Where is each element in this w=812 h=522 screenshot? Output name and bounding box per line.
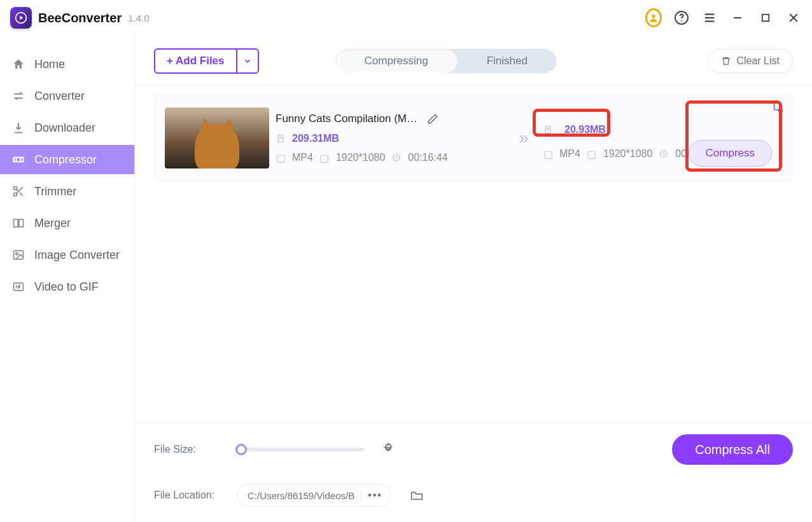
gif-icon — [11, 280, 25, 294]
source-resolution: 1920*1080 — [336, 152, 385, 163]
sidebar-item-label: Home — [34, 58, 65, 71]
target-resolution: 1920*1080 — [603, 148, 652, 160]
video-thumbnail[interactable] — [165, 107, 269, 168]
sidebar-item-label: Trimmer — [34, 185, 76, 198]
trash-icon — [721, 56, 731, 66]
download-icon — [11, 121, 25, 135]
toolbar: + Add Files Compressing Finished Clear L… — [135, 36, 812, 85]
sidebar-item-merger[interactable]: Merger — [0, 209, 134, 238]
scissors-icon — [11, 184, 25, 198]
svg-point-12 — [14, 187, 17, 190]
status-tabs: Compressing Finished — [335, 49, 557, 73]
path-more-icon[interactable]: ••• — [361, 490, 382, 501]
source-duration: 00:16:44 — [408, 152, 447, 163]
image-icon — [11, 248, 25, 262]
add-files-dropdown[interactable] — [236, 50, 258, 72]
clock-icon — [391, 153, 402, 163]
home-icon — [11, 57, 25, 71]
file-title: Funny Cats Compilation (Mos… — [276, 113, 422, 125]
file-icon — [276, 134, 286, 144]
compressor-icon — [11, 153, 25, 167]
sidebar-item-downloader[interactable]: Downloader — [0, 113, 134, 142]
sidebar-item-compressor[interactable]: Compressor — [0, 145, 134, 174]
account-icon[interactable] — [645, 10, 662, 26]
sidebar-item-label: Converter — [34, 90, 85, 103]
tab-finished[interactable]: Finished — [458, 49, 557, 73]
sidebar-item-converter[interactable]: Converter — [0, 81, 134, 111]
size-settings-icon[interactable] — [382, 443, 396, 457]
sidebar-item-video-to-gif[interactable]: Video to GIF — [0, 272, 134, 301]
app-name: BeeConverter — [38, 11, 122, 25]
menu-icon[interactable] — [701, 10, 718, 26]
file-location-label: File Location: — [154, 490, 224, 501]
dimension-icon: ▢ — [319, 153, 330, 163]
clear-list-button[interactable]: Clear List — [708, 49, 793, 73]
sidebar-item-home[interactable]: Home — [0, 50, 134, 79]
sidebar-item-trimmer[interactable]: Trimmer — [0, 177, 134, 206]
sidebar-item-label: Compressor — [34, 153, 97, 167]
svg-rect-14 — [14, 219, 18, 227]
sidebar-item-label: Image Converter — [34, 249, 120, 262]
footer: File Size: Compress All File Location: C… — [135, 422, 812, 522]
sidebar-item-image-converter[interactable]: Image Converter — [0, 240, 134, 270]
svg-point-1 — [652, 15, 655, 18]
file-location-path: C:/Users/86159/Videos/B — [248, 490, 354, 501]
sidebar: Home Converter Downloader Compressor Tri… — [0, 36, 135, 522]
add-files-group: + Add Files — [154, 48, 259, 74]
main-area: + Add Files Compressing Finished Clear L… — [135, 36, 812, 522]
svg-rect-15 — [19, 219, 24, 227]
sidebar-item-label: Merger — [34, 217, 71, 230]
minimize-icon[interactable] — [729, 10, 746, 26]
edit-title-icon[interactable] — [427, 113, 438, 125]
target-format: MP4 — [559, 148, 580, 160]
file-location-field[interactable]: C:/Users/86159/Videos/B ••• — [237, 484, 391, 507]
source-size: 209.31MB — [292, 133, 339, 144]
file-size-slider[interactable] — [237, 448, 364, 451]
svg-rect-8 — [762, 15, 769, 22]
compress-all-button[interactable]: Compress All — [672, 434, 793, 465]
annotation-highlight-size — [533, 109, 610, 137]
format-icon: ▢ — [543, 149, 553, 159]
format-icon: ▢ — [276, 153, 286, 163]
tab-compressing[interactable]: Compressing — [335, 49, 458, 73]
clear-list-label: Clear List — [736, 55, 780, 67]
svg-point-17 — [16, 253, 18, 255]
add-files-button[interactable]: + Add Files — [155, 50, 236, 72]
clock-icon — [659, 149, 669, 159]
svg-point-13 — [14, 193, 17, 196]
maximize-icon[interactable] — [757, 10, 774, 26]
converter-icon — [11, 89, 25, 103]
help-icon[interactable] — [673, 10, 690, 26]
file-size-label: File Size: — [154, 444, 224, 455]
svg-rect-11 — [14, 158, 24, 162]
sidebar-item-label: Downloader — [34, 121, 95, 135]
app-version: 1.4.0 — [128, 13, 149, 24]
source-info: Funny Cats Compilation (Mos… 209.31MB ▢ … — [276, 113, 505, 163]
file-card: Funny Cats Compilation (Mos… 209.31MB ▢ … — [154, 95, 793, 181]
close-icon[interactable] — [785, 10, 802, 26]
source-format: MP4 — [292, 152, 313, 163]
app-logo — [10, 7, 32, 29]
open-folder-icon[interactable] — [410, 488, 424, 502]
merger-icon — [11, 216, 25, 230]
sidebar-item-label: Video to GIF — [34, 280, 99, 294]
item-settings-icon[interactable] — [772, 102, 783, 113]
compress-button[interactable]: Compress — [689, 140, 772, 167]
titlebar: BeeConverter 1.4.0 — [0, 0, 812, 36]
dimension-icon: ▢ — [587, 149, 597, 159]
svg-point-3 — [681, 20, 682, 22]
